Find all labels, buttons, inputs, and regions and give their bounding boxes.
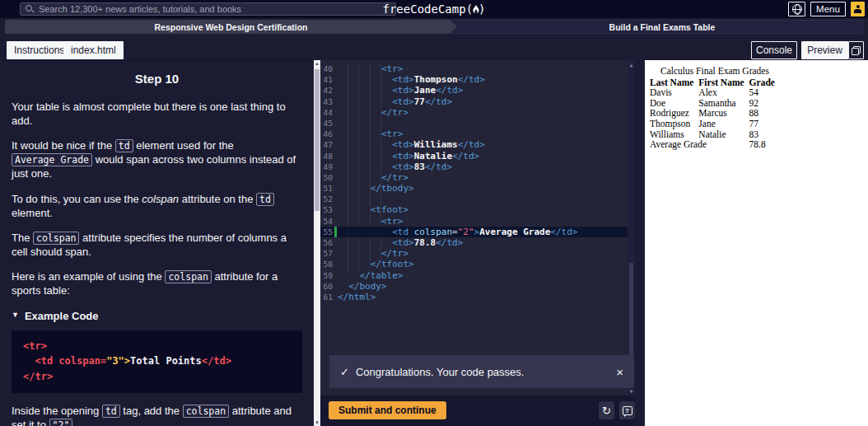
line-number: 50 [320,172,334,183]
table-cell: 83 [749,129,780,140]
submit-button[interactable]: Submit and continue [329,401,446,419]
table-cell: Thompson [650,119,698,129]
help-button[interactable]: ? [619,401,635,419]
code-line-50[interactable]: 50 </tr> [320,172,628,183]
code-line-59[interactable]: 59 </table> [320,270,628,281]
text-segment: <td> [392,139,414,150]
code-line-42[interactable]: 42 <td>Jane</td> [320,85,628,96]
code-line-61[interactable]: 61</html> [320,292,628,302]
person-icon [853,5,862,14]
code-text: </body> [337,281,387,292]
line-number: 53 [320,204,334,215]
reset-button[interactable]: ↻ [599,401,614,419]
column-header: Grade [749,77,780,88]
code-line-60[interactable]: 60 </body> [320,281,628,292]
scroll-up-icon[interactable]: ▲ [628,61,635,68]
user-avatar[interactable] [851,2,865,16]
scroll-down-icon[interactable]: ▼ [628,387,635,395]
text-segment [338,281,348,292]
text-segment: </td> [436,237,463,248]
table-cell: Alex [698,87,749,98]
code-editor[interactable]: 40 <tr>41 <td>Thompson</td>42 <td>Jane</… [320,60,635,396]
preview-button[interactable]: Preview [801,41,848,59]
text-segment: colspan [408,227,452,237]
text-segment: "2" [458,227,474,237]
table-footer-row: Average Grade78.8 [650,139,780,150]
scroll-down-icon[interactable]: ▼ [314,419,320,426]
table-cell: Rodriguez [650,108,698,119]
code-text: <tr> [337,216,403,227]
app-window: freeCodeCamp() Menu Responsive Web Desig… [0,0,868,426]
code-line-46[interactable]: 46 <tr> [320,129,628,139]
search-input[interactable] [39,4,390,14]
line-number: 43 [320,96,334,107]
instructions-paragraphs: Your table is almost complete but there … [12,100,302,298]
language-globe-button[interactable] [788,2,805,16]
menu-button[interactable]: Menu [810,2,846,16]
tab-index-html[interactable]: index.html [63,41,124,59]
text-segment: Inside the opening [12,405,102,417]
text-segment: To do this, you can use the [12,193,142,205]
code-line-56[interactable]: 56 <td>78.8</td> [320,237,628,248]
text-segment: <td> [392,74,414,85]
text-segment: </table> [360,270,404,281]
line-number: 52 [320,194,334,204]
code-line-58[interactable]: 58 </tfoot> [320,259,628,269]
code-text: </tr> [337,107,408,118]
example-code-line: <tr> [23,339,291,354]
code-line-48[interactable]: 48 <td>Natalie</td> [320,151,628,162]
progress-segment-project: Build a Final Exams Table [461,20,863,34]
code-line-40[interactable]: 40 <tr> [320,63,628,74]
code-line-47[interactable]: 47 <td>Williams</td> [320,139,628,150]
text-segment: </td> [425,162,452,172]
code-text: <td colspan="2">Average Grade</td> [337,227,577,237]
text-segment: . [72,419,76,426]
table-cell: 77 [749,119,780,129]
code-line-54[interactable]: 54 <tr> [320,216,628,227]
scroll-up-icon[interactable]: ▲ [314,60,320,67]
table-cell: Davis [650,87,698,98]
text-segment: td [256,193,274,206]
table-foot: Average Grade78.8 [650,139,780,150]
tab-instructions[interactable]: Instructions [7,41,72,59]
table-head: Last NameFirst NameGrade [650,77,780,88]
text-segment: </tr> [381,172,408,183]
instructions-scrollbar[interactable]: ▲ ▼ [314,60,320,426]
text-segment [338,227,392,237]
console-button[interactable]: Console [751,41,797,59]
example-code-toggle[interactable]: ▼ Example Code [12,309,302,323]
text-segment: </td> [452,151,479,162]
code-line-49[interactable]: 49 <td>83</td> [320,162,628,172]
code-line-44[interactable]: 44 </tr> [320,107,628,118]
line-number: 61 [320,292,334,302]
code-line-51[interactable]: 51 </tbody> [320,183,628,194]
close-icon[interactable]: × [616,366,623,378]
code-line-41[interactable]: 41 <td>Thompson</td> [320,74,628,85]
globe-icon [792,4,802,14]
text-segment: It would be nice if the [12,139,115,152]
code-text: <td>78.8</td> [337,237,463,248]
text-segment: </tfoot> [371,259,414,269]
code-line-55[interactable]: 55 <td colspan="2">Average Grade</td> [320,227,628,237]
text-segment [338,183,371,194]
help-icon: ? [623,406,632,415]
code-line-53[interactable]: 53 <tfoot> [320,204,628,215]
table-cell: Williams [650,129,698,140]
code-line-43[interactable]: 43 <td>77</td> [320,96,628,107]
code-line-45[interactable]: 45 [320,118,628,129]
open-preview-external-button[interactable] [848,41,864,59]
freecodecamp-logo[interactable]: freeCodeCamp() [382,1,485,17]
editor-scrollbar[interactable]: ▲ ▼ [628,60,635,396]
table-row: RodriguezMarcus88 [650,108,780,119]
code-text: </table> [337,270,403,281]
editor-footer-bar: Submit and continue ↻ ? [320,396,635,426]
search-box[interactable] [20,2,396,16]
text-segment: <td> [392,237,414,248]
instructions-scrollbar-thumb[interactable] [315,69,320,211]
code-line-52[interactable]: 52 [320,194,628,204]
text-segment: 83 [414,162,425,172]
text-segment [338,216,381,227]
text-segment: </td> [436,85,463,96]
footer-value-cell: 78.8 [749,139,780,150]
code-line-57[interactable]: 57 </tr> [320,248,628,259]
